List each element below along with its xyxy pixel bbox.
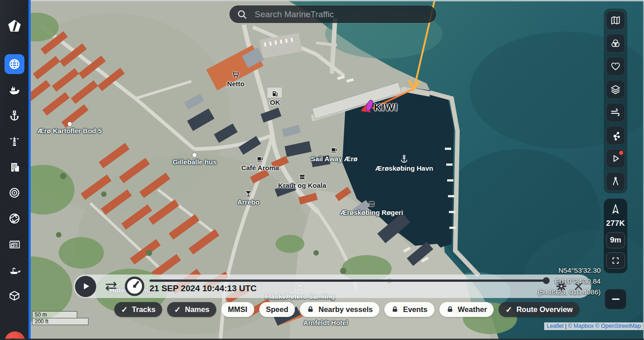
marinetraffic-logo[interactable]	[5, 16, 24, 36]
speed-gauge-icon	[124, 276, 145, 297]
routes-network-button[interactable]	[606, 126, 625, 145]
check-icon: ✓	[505, 306, 512, 314]
search-bar	[229, 5, 436, 23]
lock-icon	[446, 306, 454, 313]
map-style-button[interactable]	[606, 11, 625, 30]
minus-icon	[612, 298, 620, 300]
coordinate-lon-dms: E010°24'30.84	[537, 276, 601, 287]
heart-icon	[610, 61, 621, 72]
sidebar-item-ports[interactable]	[5, 106, 24, 126]
toggle-weather[interactable]: Weather	[439, 302, 494, 317]
mapbox-link[interactable]: © Mapbox	[568, 323, 593, 329]
sidebar-item-services-boat[interactable]	[5, 260, 24, 280]
sidebar-item-photos-aperture[interactable]	[5, 209, 24, 228]
fullscreen-button[interactable]	[606, 252, 625, 269]
range-button[interactable]: 9m	[606, 232, 625, 248]
toggle-speed[interactable]: Speed	[259, 302, 295, 317]
play-button[interactable]	[75, 276, 96, 297]
layers-button[interactable]	[606, 80, 625, 99]
compass-divider-icon	[610, 176, 621, 187]
check-icon: ✓	[174, 306, 181, 314]
network-icon	[610, 130, 621, 141]
wind-icon	[610, 107, 621, 118]
replay-option-chips: ✓Tracks ✓Names MMSI Speed Nearby vessels…	[114, 302, 579, 317]
sidebar-item-vessels[interactable]	[5, 80, 24, 100]
north-arrow-icon[interactable]	[610, 203, 621, 215]
lock-icon	[391, 306, 399, 313]
search-input[interactable]	[254, 9, 429, 20]
overlays-button[interactable]	[606, 34, 625, 53]
cursor-coordinates: N54°53'32.30 E010°24'30.84 (54.8923, 010…	[537, 265, 601, 298]
coordinate-decimal: (54.8923, 010.4086)	[537, 287, 601, 298]
blend-circles-icon	[610, 38, 621, 49]
favorites-button[interactable]	[606, 57, 625, 76]
toggle-route-overview[interactable]: ✓Route Overview	[499, 302, 579, 317]
toggle-nearby-vessels[interactable]: Nearby vessels	[300, 302, 379, 317]
play-icon	[81, 282, 90, 291]
lock-icon	[307, 306, 314, 313]
swap-arrows-icon	[104, 280, 118, 292]
toggle-events[interactable]: Events	[384, 302, 434, 317]
replay-speed-button[interactable]	[124, 276, 145, 297]
sidebar-item-coverage-radar[interactable]	[5, 183, 24, 203]
sidebar-item-data-cube[interactable]	[5, 286, 24, 306]
notification-dot	[619, 151, 623, 155]
scale-imperial: 200 ft	[32, 318, 89, 325]
timeline-slider[interactable]	[149, 279, 549, 282]
counter-readout: 277K	[606, 219, 625, 228]
map-tools-panel	[604, 9, 627, 193]
map-scale: 50 m 200 ft	[32, 311, 89, 325]
replay-timestamp: 21 SEP 2024 10:44:13 UTC	[149, 284, 549, 293]
toggle-mmsi[interactable]: MMSI	[221, 302, 254, 317]
left-sidebar	[0, 0, 31, 340]
measure-button[interactable]	[606, 172, 625, 191]
osm-link[interactable]: © OpenStreetMap	[595, 323, 641, 329]
fullscreen-icon	[611, 256, 620, 265]
window-frame-top	[31, 0, 644, 1]
compare-swap-button[interactable]	[104, 280, 118, 292]
scale-metric: 50 m	[32, 311, 77, 318]
map-view-panel: 277K 9m	[604, 199, 627, 273]
map-icon	[610, 15, 621, 26]
coordinate-lat-dms: N54°53'32.30	[537, 265, 601, 276]
sidebar-item-companies[interactable]	[5, 157, 24, 177]
search-icon[interactable]	[237, 9, 247, 20]
leaflet-link[interactable]: Leaflet	[547, 323, 564, 329]
marinetraffic-app: Ærø Kartofler Bod 5 Netto OK Gilleballe …	[0, 0, 644, 340]
sidebar-item-explore-globe[interactable]	[5, 54, 24, 74]
timeline-section: 21 SEP 2024 10:44:13 UTC	[149, 275, 549, 298]
sidebar-item-news[interactable]	[5, 234, 24, 254]
sidebar-item-stations[interactable]	[5, 131, 24, 151]
toggle-tracks[interactable]: ✓Tracks	[114, 302, 162, 317]
play-outline-icon	[610, 153, 621, 164]
toggle-names[interactable]: ✓Names	[167, 302, 216, 317]
zoom-out-button[interactable]	[605, 289, 626, 309]
replay-button[interactable]	[606, 149, 625, 168]
wind-weather-button[interactable]	[606, 103, 625, 122]
layers-icon	[610, 84, 621, 95]
replay-playback-bar: 21 SEP 2024 10:44:13 UTC	[74, 275, 591, 298]
map-attribution: Leaflet|© Mapbox © OpenStreetMap	[544, 322, 644, 330]
check-icon: ✓	[121, 306, 128, 314]
